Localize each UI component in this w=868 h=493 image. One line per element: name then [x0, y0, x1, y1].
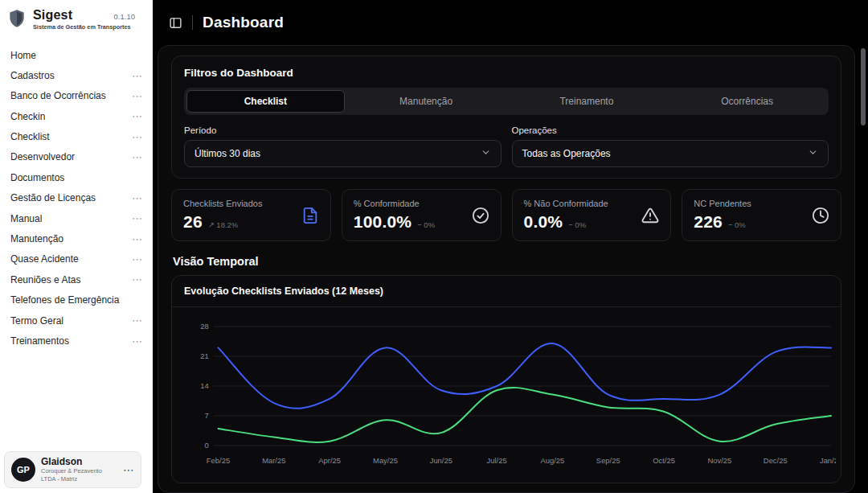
ellipsis-icon[interactable]: ⋯: [132, 152, 142, 162]
tab-ocorrencias[interactable]: Ocorrências: [668, 90, 826, 113]
operacoes-label: Operações: [512, 125, 829, 135]
operacoes-group: Operações Todas as Operações: [512, 125, 829, 167]
svg-text:Sep/25: Sep/25: [596, 456, 620, 465]
periodo-group: Período Últimos 30 dias: [184, 125, 502, 167]
sidebar-item-label: Manual: [10, 213, 42, 224]
operacoes-select[interactable]: Todas as Operações: [512, 140, 829, 167]
user-org: Coroquer & Pezavento LTDA - Matriz: [41, 467, 117, 483]
sidebar-item-label: Manutenção: [10, 233, 63, 244]
ellipsis-icon[interactable]: ⋯: [132, 213, 142, 224]
sidebar-item-gestao-de-licencas[interactable]: Gestão de Licenças⋯: [3, 188, 149, 208]
sidebar-item-checklist[interactable]: Checklist⋯: [3, 127, 149, 147]
sidebar-item-label: Checkin: [10, 111, 45, 122]
stat-label: % Não Conformidade: [524, 199, 608, 208]
svg-text:May/25: May/25: [373, 456, 398, 465]
sidebar-item-label: Documentos: [10, 172, 64, 183]
svg-text:Jul/25: Jul/25: [487, 456, 507, 465]
filters-panel: Filtros do Dashboard ChecklistManutenção…: [171, 55, 841, 179]
sidebar-item-treinamentos[interactable]: Treinamentos⋯: [3, 331, 149, 351]
line-chart: 07142128Feb/25Mar/25Apr/25May/25Jun/25Ju…: [177, 312, 836, 483]
main-area: Dashboard Filtros do Dashboard Checklist…: [153, 0, 868, 493]
app-subtitle: Sistema de Gestão em Transportes: [33, 23, 146, 31]
page-title: Dashboard: [203, 14, 284, 31]
sidebar-item-manutencao[interactable]: Manutenção⋯: [3, 229, 149, 249]
tab-treinamento[interactable]: Treinamento: [508, 90, 666, 113]
sidebar-item-label: Quase Acidente: [10, 253, 79, 265]
stat-value: 226: [694, 212, 723, 232]
app-version: 0.1.10: [114, 12, 135, 21]
document-icon: [301, 207, 319, 224]
chart-title: Evolução Checklists Enviados (12 Meses): [172, 276, 841, 307]
svg-text:28: 28: [200, 322, 208, 331]
sidebar-item-label: Reuniões e Atas: [10, 274, 80, 286]
sidebar-item-telefones-de-emergencia[interactable]: Telefones de Emergência: [3, 290, 149, 310]
section-title: Visão Temporal: [173, 255, 840, 268]
sidebar-item-label: Gestão de Licenças: [10, 192, 96, 203]
stat-card-nc-pendentes: NC Pendentes226− 0%: [682, 189, 841, 241]
ellipsis-icon[interactable]: ⋯: [132, 71, 142, 81]
stat-label: % Conformidade: [354, 199, 435, 208]
trend-flat-indicator: − 0%: [417, 220, 435, 229]
sidebar-item-quase-acidente[interactable]: Quase Acidente⋯: [3, 249, 149, 269]
user-menu-ellipsis-icon[interactable]: ⋯: [123, 464, 134, 475]
ellipsis-icon[interactable]: ⋯: [132, 132, 142, 142]
sidebar-item-label: Banco de Ocorrências: [10, 90, 106, 101]
trend-up-indicator: ↗ 18.2%: [208, 220, 239, 229]
ellipsis-icon[interactable]: ⋯: [132, 274, 142, 285]
sidebar-item-label: Cadastros: [10, 70, 55, 81]
stat-card-nao-conformidade: % Não Conformidade0.0%− 0%: [512, 189, 672, 241]
stat-value: 0.0%: [524, 212, 563, 232]
ellipsis-icon[interactable]: ⋯: [132, 336, 142, 347]
stat-card-conformidade: % Conformidade100.0%− 0%: [342, 189, 502, 241]
filters-title: Filtros do Dashboard: [184, 67, 829, 79]
scrollbar-thumb[interactable]: [861, 48, 866, 125]
sidebar: Sigest 0.1.10 Sistema de Gestão em Trans…: [0, 0, 153, 493]
stat-card-checklists-enviados: Checklists Enviados26↗ 18.2%: [171, 189, 331, 241]
periodo-select[interactable]: Últimos 30 dias: [184, 140, 502, 167]
ellipsis-icon[interactable]: ⋯: [132, 193, 142, 203]
sidebar-item-termo-geral[interactable]: Termo Geral⋯: [3, 310, 149, 331]
svg-text:Apr/25: Apr/25: [318, 456, 341, 465]
user-card[interactable]: GP Glaidson Coroquer & Pezavento LTDA - …: [4, 451, 141, 488]
ellipsis-icon[interactable]: ⋯: [132, 234, 142, 244]
ellipsis-icon[interactable]: ⋯: [132, 91, 142, 101]
ellipsis-icon[interactable]: ⋯: [132, 315, 142, 326]
sidebar-item-label: Telefones de Emergência: [10, 294, 119, 306]
tab-checklist[interactable]: Checklist: [186, 90, 345, 113]
stat-value: 26: [183, 212, 203, 232]
svg-text:Jun/25: Jun/25: [430, 456, 452, 465]
stat-label: Checklists Enviados: [183, 199, 262, 208]
app-name: Sigest: [33, 8, 72, 23]
chevron-down-icon: [481, 147, 491, 160]
sidebar-toggle-button[interactable]: [169, 16, 182, 30]
svg-text:Jan/26: Jan/26: [820, 456, 836, 465]
sidebar-item-reunioes-e-atas[interactable]: Reuniões e Atas⋯: [3, 269, 149, 290]
stat-label: NC Pendentes: [694, 199, 751, 208]
svg-text:7: 7: [204, 411, 208, 420]
sidebar-item-manual[interactable]: Manual⋯: [3, 208, 149, 228]
chart-body: 07142128Feb/25Mar/25Apr/25May/25Jun/25Ju…: [172, 307, 841, 483]
alert-triangle-icon: [641, 207, 659, 224]
svg-text:Feb/25: Feb/25: [207, 456, 230, 465]
sidebar-item-desenvolvedor[interactable]: Desenvolvedor⋯: [3, 147, 149, 167]
sidebar-item-label: Checklist: [10, 131, 50, 142]
header-divider: [192, 15, 193, 30]
ellipsis-icon[interactable]: ⋯: [132, 254, 142, 265]
check-circle-icon: [472, 207, 489, 224]
periodo-value: Últimos 30 dias: [194, 148, 260, 159]
sidebar-item-home[interactable]: Home: [3, 45, 149, 65]
svg-text:Aug/25: Aug/25: [541, 456, 565, 465]
stat-value: 100.0%: [354, 212, 411, 232]
sidebar-item-banco-de-ocorrencias[interactable]: Banco de Ocorrências⋯: [3, 86, 149, 106]
chevron-down-icon: [808, 147, 818, 160]
sidebar-item-documentos[interactable]: Documentos: [3, 167, 149, 187]
ellipsis-icon[interactable]: ⋯: [132, 111, 142, 121]
sidebar-item-checkin[interactable]: Checkin⋯: [3, 106, 149, 126]
tab-manutencao[interactable]: Manutenção: [347, 90, 506, 113]
periodo-label: Período: [184, 125, 502, 135]
dashboard-content: Filtros do Dashboard ChecklistManutenção…: [158, 45, 855, 493]
svg-text:0: 0: [204, 441, 208, 450]
svg-text:Mar/25: Mar/25: [262, 456, 285, 465]
svg-text:Nov/25: Nov/25: [708, 456, 732, 465]
sidebar-item-cadastros[interactable]: Cadastros⋯: [3, 65, 149, 85]
